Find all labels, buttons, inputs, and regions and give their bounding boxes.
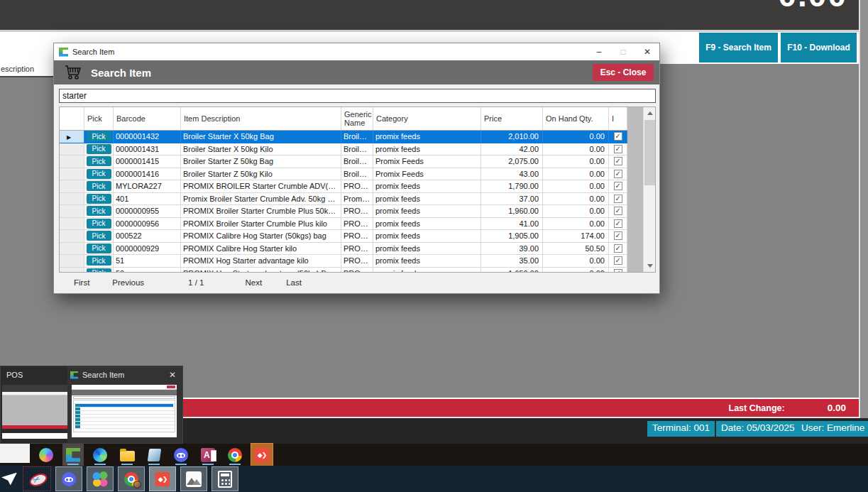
table-row[interactable]: PickMYLORA227PROMIX BROILER Starter Crum… xyxy=(60,180,627,193)
chrome-profile-icon[interactable] xyxy=(118,466,145,491)
preview-card-pos[interactable]: POS 0.00 xyxy=(0,366,65,443)
last-change-label: Last Change: xyxy=(729,403,785,413)
taskbar-main: ENG 10:12 am 05/03/2025 2 xyxy=(0,444,868,466)
chrome-icon xyxy=(228,448,242,462)
pick-button[interactable]: Pick xyxy=(87,181,111,191)
preview-close-icon[interactable]: ✕ xyxy=(165,368,180,382)
pick-button[interactable]: Pick xyxy=(87,244,111,253)
shopping-cart-icon xyxy=(64,64,82,81)
pick-button[interactable]: Pick xyxy=(87,144,111,154)
checkbox[interactable] xyxy=(614,231,622,240)
calculator-icon[interactable] xyxy=(211,466,238,491)
table-row[interactable]: Pick0000000929PROMIX Calibre Hog Starter… xyxy=(60,243,627,256)
anydesk-icon[interactable] xyxy=(149,466,176,491)
pagination-last[interactable]: Last xyxy=(286,278,302,287)
esc-close-button[interactable]: Esc - Close xyxy=(593,64,654,81)
calculator-icon xyxy=(218,471,232,488)
peeking-window-edge xyxy=(0,444,30,463)
photos-icon[interactable] xyxy=(180,466,207,491)
table-row[interactable]: Pick0000000955PROMIX Broiler Starter Cru… xyxy=(60,205,627,218)
f10-download-button[interactable]: F10 - Download xyxy=(781,33,857,62)
scroll-down-icon[interactable] xyxy=(644,260,656,272)
discord-icon[interactable] xyxy=(170,444,192,466)
pick-button[interactable]: Pick xyxy=(87,156,111,166)
pos-app-icon[interactable] xyxy=(62,444,84,466)
send-mail-icon[interactable] xyxy=(0,466,18,491)
column-header[interactable] xyxy=(60,107,84,130)
checkbox[interactable] xyxy=(614,207,622,215)
f9-search-item-button[interactable]: F9 - Search Item xyxy=(699,33,778,62)
pick-button[interactable]: Pick xyxy=(87,219,111,229)
pick-button[interactable]: Pick xyxy=(87,131,111,141)
anydesk-icon xyxy=(155,472,170,486)
pagination-previous[interactable]: Previous xyxy=(112,278,144,287)
file-explorer-icon[interactable] xyxy=(116,444,138,466)
checkbox[interactable] xyxy=(614,195,622,203)
table-row[interactable]: Pick0000001432Broiler Starter X 50kg Bag… xyxy=(60,131,627,143)
checkbox[interactable] xyxy=(614,157,622,165)
pos-total-amount: 0.00 xyxy=(778,0,847,14)
notes-icon[interactable] xyxy=(143,444,165,466)
column-header[interactable]: Generic Name xyxy=(341,107,373,130)
table-row[interactable]: Pick000522PROMIX Calibre Hog Starter (50… xyxy=(60,230,627,243)
column-header[interactable]: Barcode xyxy=(114,107,181,130)
discord-icon[interactable] xyxy=(55,466,82,491)
chrome-icon[interactable] xyxy=(224,444,246,466)
checkbox[interactable] xyxy=(614,244,622,253)
table-row[interactable]: Pick0000001415Broiler Starter Z 50kg Bag… xyxy=(60,155,627,168)
chrome-profile-icon xyxy=(124,472,138,486)
pick-button[interactable]: Pick xyxy=(87,169,111,179)
table-row[interactable]: Pick51PROMIX Hog Starter advantage kiloP… xyxy=(60,255,627,268)
column-header[interactable]: I xyxy=(609,107,627,130)
scrollbar-thumb[interactable] xyxy=(644,120,655,185)
search-item-dialog: Search Item – □ ✕ Search Item Esc - Clos… xyxy=(53,43,660,294)
table-row[interactable]: Pick0000001431Broiler Starter X 50kg Kil… xyxy=(60,143,627,156)
pagination-next[interactable]: Next xyxy=(246,278,263,287)
minimize-icon[interactable]: – xyxy=(587,43,611,60)
photos-icon xyxy=(186,471,202,487)
scroll-up-icon[interactable] xyxy=(644,107,656,119)
checkbox[interactable] xyxy=(614,256,622,265)
table-row[interactable]: Pick401Promix Broiler Starter Crumble Ad… xyxy=(60,193,627,206)
pick-button[interactable]: Pick xyxy=(87,231,111,241)
snipping-tool-icon[interactable] xyxy=(23,466,51,491)
edge-icon[interactable] xyxy=(89,444,111,466)
app-logo-icon xyxy=(70,371,78,379)
preview-card-search-item[interactable]: Search Item ✕ xyxy=(67,366,182,443)
taskbar-preview-flyout: POS 0.00 Search Item ✕ xyxy=(0,366,183,444)
stickers-icon xyxy=(92,471,108,487)
maximize-icon[interactable]: □ xyxy=(611,43,635,60)
app-logo-icon xyxy=(59,48,68,57)
date-badge: Date: 05/03/2025 xyxy=(716,421,800,437)
pagination-first[interactable]: First xyxy=(74,278,89,287)
search-input[interactable] xyxy=(59,89,656,103)
terminal-badge: Terminal: 001 xyxy=(647,421,715,437)
close-icon[interactable]: ✕ xyxy=(635,43,659,60)
dialog-titlebar[interactable]: Search Item – □ ✕ xyxy=(54,43,659,60)
table-scrollbar[interactable] xyxy=(643,107,655,272)
column-header[interactable]: On Hand Qty. xyxy=(543,107,609,130)
checkbox[interactable] xyxy=(614,132,622,141)
pick-button[interactable]: Pick xyxy=(87,256,111,266)
column-header[interactable]: Category xyxy=(373,107,481,130)
pagination-page-indicator: 1 / 1 xyxy=(188,278,204,287)
grid-header-row: PickBarcodeItem DescriptionGeneric NameC… xyxy=(60,107,627,131)
checkbox[interactable] xyxy=(614,219,622,228)
table-row[interactable]: Pick0000001416Broiler Starter Z 50kg Kil… xyxy=(60,168,627,181)
copilot-icon[interactable] xyxy=(35,444,57,466)
discord-icon xyxy=(62,472,76,486)
checkbox[interactable] xyxy=(614,170,622,178)
column-header[interactable]: Item Description xyxy=(181,107,341,130)
pick-button[interactable]: Pick xyxy=(87,194,111,204)
access-icon[interactable] xyxy=(197,444,219,466)
column-header[interactable]: Price xyxy=(481,107,543,130)
checkbox[interactable] xyxy=(614,145,622,153)
stickers-icon[interactable] xyxy=(87,466,114,491)
column-header[interactable]: Pick xyxy=(84,107,114,130)
checkbox[interactable] xyxy=(614,182,622,190)
preview-search-thumbnail[interactable] xyxy=(72,385,177,437)
anydesk-icon[interactable] xyxy=(251,444,273,466)
pos-total-bar: 0.00 xyxy=(0,0,859,30)
pick-button[interactable]: Pick xyxy=(87,206,111,216)
table-row[interactable]: Pick0000000956PROMIX Broiler Starter Cru… xyxy=(60,218,627,231)
